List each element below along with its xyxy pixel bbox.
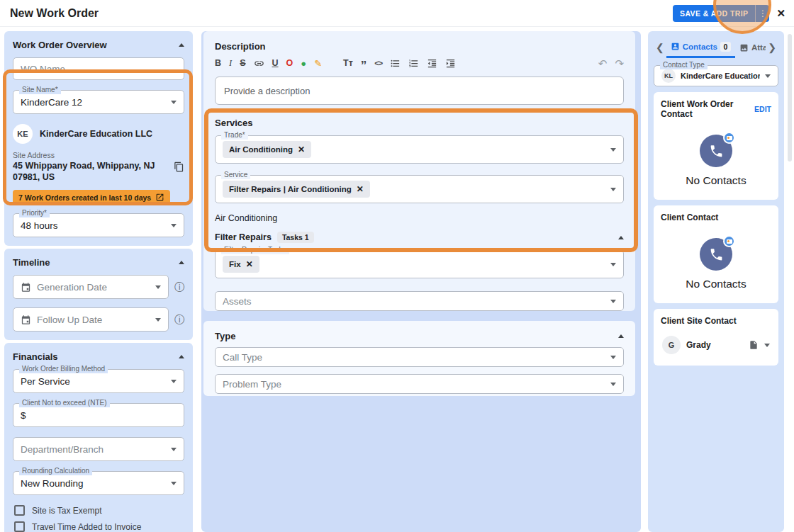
person-avatar: G (662, 336, 681, 354)
department-branch-select[interactable]: Department/Branch (13, 437, 184, 461)
contact-type-avatar: KL (661, 69, 676, 83)
travel-time-checkbox[interactable] (14, 521, 25, 532)
contact-type-select[interactable]: Contact Type KL KinderCare Education LLC (654, 65, 778, 86)
collapse-timeline-icon[interactable] (179, 261, 184, 264)
task-group-name: Filter Repairs (215, 232, 272, 242)
strikethrough-icon[interactable]: S (240, 59, 245, 68)
content-area: Work Order Overview Site Name* KinderCar… (0, 27, 794, 532)
nte-label: Client Not to exceed (NTE) (19, 399, 110, 407)
numbered-list-icon[interactable] (408, 58, 419, 69)
red-circle-icon[interactable]: O (286, 59, 293, 68)
info-icon[interactable]: ⓘ (174, 315, 184, 324)
problem-type-placeholder: Problem Type (223, 379, 610, 390)
no-contacts-text: No Contacts (686, 174, 746, 187)
description-services-card: Description B I S U O ● ✎ Tᴛ ” <> ↶ (203, 31, 635, 311)
work-orders-history-label: 7 Work Orders created in last 10 days (18, 193, 151, 202)
chevron-down-icon (155, 285, 161, 289)
follow-up-date-placeholder: Follow Up Date (37, 315, 150, 325)
blockquote-icon[interactable]: ” (361, 60, 367, 72)
service-chip[interactable]: Filter Repairs | Air Conditioning ✕ (223, 181, 370, 198)
trade-chip[interactable]: Air Conditioning ✕ (223, 141, 311, 158)
contacts-tab-label: Contacts (683, 43, 717, 51)
edit-contact-link[interactable]: EDIT (754, 105, 771, 113)
site-name-label: Site Name* (19, 86, 61, 94)
site-address-label: Site Address (13, 151, 174, 159)
text-format-icon[interactable]: Tᴛ (343, 59, 353, 68)
chevron-down-icon[interactable] (764, 344, 770, 347)
phone-badge-icon (700, 238, 732, 271)
tab-contacts[interactable]: Contacts 0 (666, 37, 735, 58)
task-chip[interactable]: Fix ✕ (223, 256, 259, 273)
client-site-contact-card: Client Site Contact G Grady (654, 309, 778, 366)
redo-icon[interactable]: ↷ (615, 58, 624, 69)
save-add-trip-button[interactable]: SAVE & ADD TRIP (673, 5, 755, 22)
call-type-select[interactable]: Call Type (215, 347, 624, 367)
service-select[interactable]: Service Filter Repairs | Air Conditionin… (215, 175, 624, 203)
assets-select[interactable]: Assets (215, 291, 624, 311)
remove-chip-icon[interactable]: ✕ (298, 145, 305, 154)
filter-repairs-tasks-select[interactable]: Filter Repairs Tasks Fix ✕ (215, 250, 624, 278)
highlight-pencil-icon[interactable]: ✎ (314, 59, 322, 68)
chevron-down-icon (610, 356, 616, 359)
site-name-select[interactable]: Site Name* KinderCare 12 (13, 90, 184, 114)
undo-icon[interactable]: ↶ (598, 58, 608, 69)
description-input[interactable]: Provide a description (215, 77, 624, 105)
tabs-scroll-right-icon[interactable]: ❯ (766, 43, 778, 52)
page-scrollbar[interactable] (785, 31, 794, 532)
tax-exempt-checkbox[interactable] (14, 505, 25, 516)
bold-icon[interactable]: B (215, 59, 221, 68)
tab-attachments[interactable]: Attachm (735, 37, 766, 58)
type-card: Type Call Type Problem Type (203, 321, 635, 396)
scrollbar-thumb[interactable] (788, 34, 792, 162)
bullet-list-icon[interactable] (390, 58, 401, 69)
rounding-calculation-select[interactable]: Rounding Calculation New Rounding (13, 471, 184, 495)
card-title: Client Work Order Contact (661, 99, 754, 119)
remove-chip-icon[interactable]: ✕ (357, 184, 364, 194)
travel-time-label: Travel Time Added to Invoice (32, 522, 141, 532)
remove-chip-icon[interactable]: ✕ (246, 259, 253, 269)
problem-type-select[interactable]: Problem Type (215, 374, 624, 394)
billing-method-label: Work Order Billing Method (19, 365, 108, 373)
code-icon[interactable]: <> (374, 60, 382, 67)
priority-label: Priority* (19, 209, 50, 217)
copy-icon[interactable] (174, 162, 184, 172)
green-dot-icon[interactable]: ● (301, 59, 306, 68)
contact-file-icon[interactable] (749, 340, 759, 350)
tabs-scroll-left-icon[interactable]: ❮ (654, 43, 666, 52)
link-icon[interactable] (254, 58, 264, 69)
work-orders-history-badge[interactable]: 7 Work Orders created in last 10 days (13, 190, 170, 205)
priority-select[interactable]: Priority* 48 hours (13, 213, 184, 237)
generation-date-select[interactable]: Generation Date (13, 275, 169, 299)
close-icon[interactable]: ✕ (775, 7, 787, 20)
rounding-calculation-label: Rounding Calculation (19, 467, 92, 475)
client-name: KinderCare Education LLC (40, 129, 152, 139)
timeline-section-title: Timeline (13, 257, 50, 268)
chevron-down-icon (171, 224, 177, 227)
more-options-button[interactable]: ⋮ (755, 5, 769, 22)
service-label: Service (221, 171, 250, 179)
info-icon[interactable]: ⓘ (174, 282, 184, 292)
financials-card: Financials Work Order Billing Method Per… (4, 343, 193, 532)
collapse-financials-icon[interactable] (179, 355, 184, 358)
card-title: Client Contact (661, 213, 771, 222)
outdent-icon[interactable] (427, 58, 437, 69)
collapse-task-group-icon[interactable] (618, 236, 624, 239)
client-avatar: KE (13, 124, 33, 144)
priority-value: 48 hours (21, 220, 171, 231)
underline-icon[interactable]: U (272, 59, 279, 68)
follow-up-date-select[interactable]: Follow Up Date (13, 307, 169, 332)
site-contact-row[interactable]: G Grady (662, 336, 770, 354)
italic-icon[interactable]: I (229, 59, 232, 68)
nte-input[interactable]: Client Not to exceed (NTE) $ (13, 403, 184, 427)
trade-select[interactable]: Trade* Air Conditioning ✕ (215, 135, 624, 164)
collapse-type-icon[interactable] (618, 334, 624, 338)
contacts-panel: ❮ Contacts 0 Attachm ❯ Contact Type KL K… (648, 31, 784, 532)
chevron-down-icon (171, 482, 177, 485)
collapse-overview-icon[interactable] (179, 43, 184, 47)
wo-name-input[interactable] (13, 57, 184, 80)
chevron-down-icon (610, 300, 616, 303)
billing-method-select[interactable]: Work Order Billing Method Per Service (13, 369, 184, 393)
call-type-placeholder: Call Type (223, 352, 610, 363)
indent-icon[interactable] (445, 58, 456, 69)
filter-repairs-tasks-label: Filter Repairs Tasks (221, 246, 289, 254)
